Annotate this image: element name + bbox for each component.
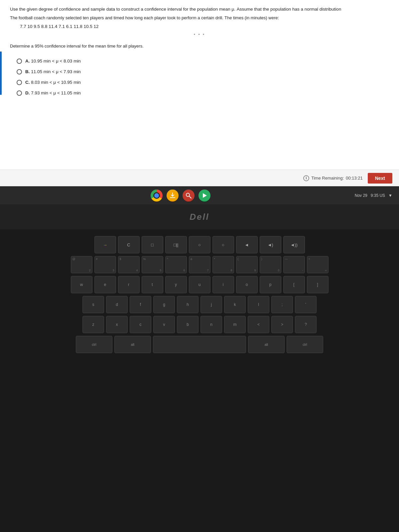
key-i[interactable]: i xyxy=(212,276,234,293)
key-back[interactable]: ◄ xyxy=(236,236,258,253)
key-at-2[interactable]: @ 2 xyxy=(71,256,92,273)
taskbar-strip: Nov 29 9:35 US ▼ xyxy=(0,186,399,204)
taskbar-date: Nov 29 xyxy=(355,193,367,198)
key-percent-5[interactable]: % 5 xyxy=(142,256,163,273)
key-arrow-right[interactable]: → xyxy=(94,236,116,253)
key-plus[interactable]: + = xyxy=(307,256,329,273)
sub-instruction-text: The football coach randomly selected ten… xyxy=(10,15,389,21)
option-c-label: C. 8.03 min < μ < 10.95 min xyxy=(25,80,81,85)
keyboard-row-1: @ 2 # 3 $ 4 % 5 ^ 6 & 7 * 8 ( 9 xyxy=(10,256,389,273)
left-accent-bar xyxy=(0,52,2,95)
key-hash-3[interactable]: # 3 xyxy=(94,256,116,273)
timer-label: Time Remaining: xyxy=(311,176,344,181)
key-multitask[interactable]: □|| xyxy=(165,236,187,253)
key-semicolon[interactable]: ; xyxy=(271,296,293,313)
key-g[interactable]: g xyxy=(153,296,175,313)
taskbar-time: 9:35 US xyxy=(371,193,385,198)
chrome-icon[interactable] xyxy=(151,190,163,201)
key-p[interactable]: p xyxy=(260,276,281,293)
network-icon: ▼ xyxy=(388,193,392,198)
radio-a[interactable] xyxy=(17,59,22,64)
key-s[interactable]: s xyxy=(82,296,104,313)
key-h[interactable]: h xyxy=(177,296,199,313)
key-r[interactable]: r xyxy=(118,276,140,293)
key-volume[interactable]: ◄) xyxy=(260,236,281,253)
key-e[interactable]: e xyxy=(94,276,116,293)
option-d-label: D. 7.93 min < μ < 11.05 min xyxy=(25,90,81,95)
key-w[interactable]: w xyxy=(71,276,92,293)
timer-area: ℹ Time Remaining: 00:13:21 xyxy=(303,175,362,181)
search-icon[interactable] xyxy=(183,190,195,201)
key-u[interactable]: u xyxy=(189,276,210,293)
key-t[interactable]: t xyxy=(142,276,163,293)
key-x[interactable]: x xyxy=(106,316,128,333)
determine-text: Determine a 95% confidence interval for … xyxy=(10,44,389,49)
timer-icon: ℹ xyxy=(303,175,309,181)
radio-d[interactable] xyxy=(17,90,22,96)
key-star-8[interactable]: * 8 xyxy=(212,256,234,273)
radio-c[interactable] xyxy=(17,80,22,85)
key-o[interactable]: o xyxy=(236,276,258,293)
key-rbracket[interactable]: ] xyxy=(307,276,329,293)
key-c-special[interactable]: C xyxy=(118,236,140,253)
play-icon[interactable] xyxy=(199,190,210,201)
options-container: A. 10.95 min < μ < 8.03 min B. 11.05 min… xyxy=(17,59,389,96)
key-minus[interactable]: — - xyxy=(283,256,305,273)
keyboard-row-0: → C □ □|| ○ ○ ◄ ◄) ◄)) xyxy=(10,236,389,253)
key-ctrl-right[interactable]: ctrl xyxy=(287,336,323,353)
keyboard-row-5: ctrl alt alt ctrl xyxy=(10,336,389,353)
key-v[interactable]: v xyxy=(153,316,175,333)
radio-b[interactable] xyxy=(17,69,22,74)
keyboard-row-4: z x c v b n m < > ? xyxy=(10,316,389,333)
key-y[interactable]: y xyxy=(165,276,187,293)
key-alt-left[interactable]: alt xyxy=(114,336,151,353)
keyboard-row-2: w e r t y u i o p [ ] xyxy=(10,276,389,293)
key-volume-up[interactable]: ◄)) xyxy=(283,236,305,253)
option-b-row[interactable]: B. 11.05 min < μ < 7.93 min xyxy=(17,69,389,74)
dell-logo-text: Dell xyxy=(190,212,209,222)
option-a-row[interactable]: A. 10.95 min < μ < 8.03 min xyxy=(17,59,389,64)
key-window[interactable]: □ xyxy=(142,236,163,253)
key-dollar-4[interactable]: $ 4 xyxy=(118,256,140,273)
key-circle-o2[interactable]: ○ xyxy=(212,236,234,253)
instruction-text: Use the given degree of confidence and s… xyxy=(10,6,389,13)
option-a-label: A. 10.95 min < μ < 8.03 min xyxy=(25,59,81,64)
key-lparen-9[interactable]: ( 9 xyxy=(236,256,258,273)
timer-value: 00:13:21 xyxy=(346,176,363,181)
quiz-bottom-bar: ℹ Time Remaining: 00:13:21 Next xyxy=(0,170,399,186)
key-alt-right[interactable]: alt xyxy=(248,336,285,353)
key-lt[interactable]: < xyxy=(248,316,269,333)
key-z[interactable]: z xyxy=(82,316,104,333)
key-l[interactable]: l xyxy=(248,296,269,313)
key-slash[interactable]: ? xyxy=(295,316,317,333)
key-gt[interactable]: > xyxy=(271,316,293,333)
taskbar-icons xyxy=(151,190,210,201)
key-n[interactable]: n xyxy=(200,316,222,333)
svg-marker-2 xyxy=(203,193,207,198)
dell-logo-area: Dell xyxy=(0,204,399,229)
next-button[interactable]: Next xyxy=(368,173,392,184)
ellipsis-separator: • • • xyxy=(10,32,389,37)
key-amp-7[interactable]: & 7 xyxy=(189,256,210,273)
key-m[interactable]: m xyxy=(224,316,246,333)
download-icon[interactable] xyxy=(167,190,179,201)
key-b[interactable]: b xyxy=(177,316,199,333)
keyboard-area: → C □ □|| ○ ○ ◄ ◄) ◄)) @ 2 xyxy=(0,229,399,532)
key-j[interactable]: j xyxy=(200,296,222,313)
key-lbracket[interactable]: [ xyxy=(283,276,305,293)
key-f[interactable]: f xyxy=(130,296,151,313)
key-k[interactable]: k xyxy=(224,296,246,313)
key-ctrl-left[interactable]: ctrl xyxy=(76,336,112,353)
key-c[interactable]: c xyxy=(130,316,151,333)
svg-line-1 xyxy=(189,196,191,198)
key-circle-o[interactable]: ○ xyxy=(189,236,210,253)
option-c-row[interactable]: C. 8.03 min < μ < 10.95 min xyxy=(17,80,389,85)
option-d-row[interactable]: D. 7.93 min < μ < 11.05 min xyxy=(17,90,389,96)
keyboard-row-3: s d f g h j k l ; ' xyxy=(10,296,389,313)
key-rparen-0[interactable]: ) 0 xyxy=(260,256,281,273)
taskbar-right: Nov 29 9:35 US ▼ xyxy=(355,193,392,198)
key-spacebar[interactable] xyxy=(153,336,246,353)
key-caret-6[interactable]: ^ 6 xyxy=(165,256,187,273)
key-d[interactable]: d xyxy=(106,296,128,313)
key-quote[interactable]: ' xyxy=(295,296,317,313)
